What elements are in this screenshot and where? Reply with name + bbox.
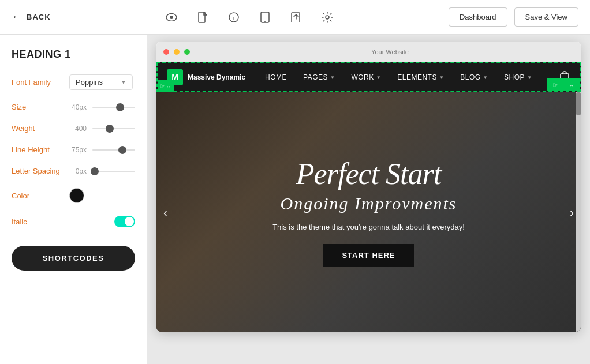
svg-rect-7 <box>292 13 300 22</box>
nav-item-pages[interactable]: PAGES ▼ <box>295 62 343 92</box>
line-height-track <box>92 149 135 151</box>
font-family-value: Poppins <box>76 78 103 87</box>
weight-value: 400 <box>69 125 87 133</box>
nav-item-shop-label: SHOP <box>504 73 525 81</box>
eye-icon-button[interactable] <box>161 7 182 28</box>
browser-url-bar: Your Website <box>206 48 574 55</box>
drag-hand-icon: ☞ <box>160 82 166 90</box>
shortcodes-button[interactable]: SHORTCODES <box>12 246 135 271</box>
back-label: BACK <box>27 13 51 21</box>
letter-spacing-thumb[interactable] <box>91 167 99 175</box>
dashboard-button[interactable]: Dashboard <box>449 7 507 27</box>
italic-label: Italic <box>12 217 64 226</box>
nav-items: HOME PAGES ▼ WORK ▼ ELEMENTS ▼ <box>257 62 559 92</box>
letter-spacing-label: Letter Spacing <box>12 167 64 175</box>
sidebar-title: HEADING 1 <box>12 48 135 61</box>
shop-chevron-icon: ▼ <box>527 75 532 80</box>
color-row: Color <box>12 188 135 203</box>
browser-mock: Your Website M Massive Dynamic HOME <box>156 42 581 332</box>
svg-point-8 <box>326 16 329 19</box>
toggle-knob <box>125 217 134 226</box>
color-swatch[interactable] <box>69 188 84 203</box>
nav-item-home[interactable]: HOME <box>257 62 295 92</box>
font-family-select[interactable]: Poppins ▼ <box>69 74 133 90</box>
size-slider[interactable] <box>92 107 135 108</box>
scrollbar-thumb[interactable] <box>576 92 581 115</box>
nav-drag-handle-right2[interactable]: ☞ <box>547 78 563 91</box>
size-thumb[interactable] <box>116 103 124 111</box>
file-icon-button[interactable] <box>192 7 213 28</box>
browser-chrome: Your Website <box>156 42 581 62</box>
tablet-icon-button[interactable] <box>255 7 275 28</box>
nav-item-elements-label: ELEMENTS <box>397 73 437 81</box>
hero-next-arrow[interactable]: › <box>570 205 574 219</box>
work-chevron-icon: ▼ <box>376 75 381 80</box>
browser-dot-yellow <box>174 49 180 55</box>
top-bar-right: Dashboard Save & View <box>449 7 578 27</box>
hero-section: ‹ › Perfect Start Ongoing Improvments Th… <box>156 92 581 332</box>
top-bar: ← BACK i <box>0 0 590 35</box>
nav-item-work-label: WORK <box>351 73 374 81</box>
nav-item-work[interactable]: WORK ▼ <box>343 62 389 92</box>
line-height-label: Line Height <box>12 145 64 154</box>
elements-chevron-icon: ▼ <box>439 75 444 80</box>
color-label: Color <box>12 192 64 200</box>
info-icon-button[interactable]: i <box>223 7 244 28</box>
line-height-value: 75px <box>69 146 87 154</box>
line-height-thumb[interactable] <box>118 146 126 154</box>
navigation-bar: M Massive Dynamic HOME PAGES ▼ WORK <box>156 62 581 92</box>
export-icon-button[interactable] <box>286 7 307 28</box>
toolbar-icons: i <box>161 7 338 28</box>
font-family-label: Font Family <box>12 78 64 87</box>
nav-item-blog[interactable]: BLOG ▼ <box>452 62 496 92</box>
size-row: Size 40px <box>12 103 135 111</box>
letter-spacing-value: 0px <box>69 167 87 175</box>
preview-area: Your Website M Massive Dynamic HOME <box>147 35 590 364</box>
weight-label: Weight <box>12 124 64 133</box>
drag-hand-icon-2: ☞ <box>552 81 558 89</box>
nav-item-elements[interactable]: ELEMENTS ▼ <box>389 62 452 92</box>
sidebar: HEADING 1 Font Family Poppins ▼ Size 40p… <box>0 35 147 364</box>
letter-spacing-row: Letter Spacing 0px <box>12 167 135 175</box>
weight-track <box>92 128 135 129</box>
back-button[interactable]: ← BACK <box>12 11 51 23</box>
line-height-row: Line Height 75px <box>12 145 135 154</box>
size-track <box>92 107 135 108</box>
italic-toggle[interactable] <box>114 216 135 227</box>
blog-chevron-icon: ▼ <box>483 75 488 80</box>
svg-point-1 <box>170 16 173 19</box>
line-height-slider[interactable] <box>92 149 135 151</box>
settings-icon-button[interactable] <box>317 7 338 28</box>
drag-arrows-icon: ↔ <box>166 83 171 89</box>
weight-row: Weight 400 <box>12 124 135 133</box>
browser-dot-red <box>163 49 169 55</box>
drag-arrows-icon-2: ↔ <box>569 82 574 88</box>
hero-title-main: Perfect Start <box>296 157 441 190</box>
chevron-down-icon: ▼ <box>121 79 126 85</box>
weight-thumb[interactable] <box>106 125 114 133</box>
svg-point-6 <box>264 21 266 22</box>
save-view-button[interactable]: Save & View <box>514 7 578 27</box>
hero-prev-arrow[interactable]: ‹ <box>163 205 167 219</box>
svg-text:i: i <box>233 14 234 21</box>
nav-logo: M Massive Dynamic <box>167 69 245 85</box>
hero-cta-button[interactable]: START HERE <box>323 244 413 267</box>
nav-logo-text: Massive Dynamic <box>188 73 245 81</box>
website-content: M Massive Dynamic HOME PAGES ▼ WORK <box>156 62 581 332</box>
nav-item-home-label: HOME <box>265 73 287 81</box>
letter-spacing-slider[interactable] <box>92 171 135 172</box>
size-value: 40px <box>69 103 87 111</box>
nav-drag-handle-left[interactable]: ☞ ↔ <box>158 80 174 92</box>
nav-drag-handle-right[interactable]: ↔ <box>563 78 580 91</box>
weight-slider[interactable] <box>92 128 135 129</box>
main-content: HEADING 1 Font Family Poppins ▼ Size 40p… <box>0 35 590 364</box>
nav-item-blog-label: BLOG <box>460 73 480 81</box>
hero-description: This is the theme that you're gonna talk… <box>272 223 465 231</box>
browser-dot-green <box>184 49 190 55</box>
nav-item-pages-label: PAGES <box>303 73 328 81</box>
font-family-row: Font Family Poppins ▼ <box>12 74 135 90</box>
nav-item-shop[interactable]: SHOP ▼ <box>496 62 540 92</box>
size-label: Size <box>12 103 64 111</box>
scrollbar-track[interactable] <box>576 92 581 332</box>
letter-spacing-track <box>92 171 135 172</box>
